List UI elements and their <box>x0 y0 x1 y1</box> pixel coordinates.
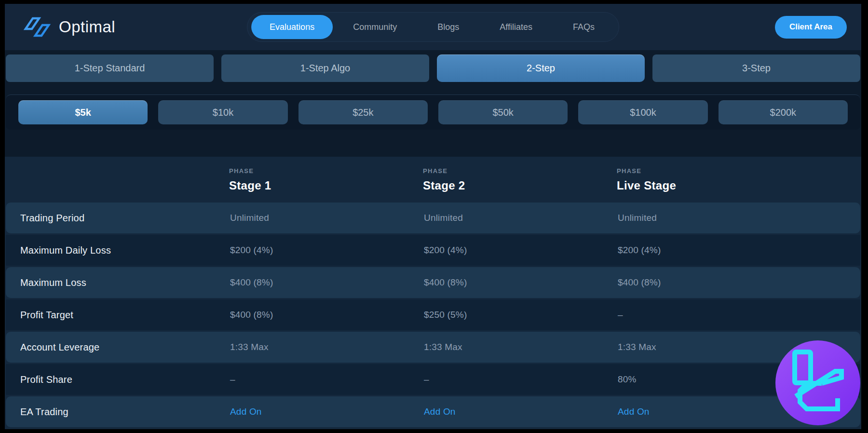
row-label: Trading Period <box>6 213 230 224</box>
row-value: – <box>424 374 618 385</box>
size-button-10k[interactable]: $10k <box>158 100 287 124</box>
row-value: – <box>618 310 860 320</box>
add-on-link[interactable]: Add On <box>424 406 618 417</box>
tab-1-step-algo[interactable]: 1-Step Algo <box>221 54 429 82</box>
tab-2-step[interactable]: 2-Step <box>437 54 645 82</box>
column-header-live-stage: PHASE Live Stage <box>617 167 861 192</box>
add-on-link[interactable]: Add On <box>230 406 424 417</box>
table-row-maximum-loss: Maximum Loss $400 (8%) $400 (8%) $400 (8… <box>6 267 860 298</box>
column-header-stage-1: PHASE Stage 1 <box>229 167 423 192</box>
top-nav-bar: Optimal Evaluations Community Blogs Affi… <box>5 4 861 50</box>
nav-item-faqs[interactable]: FAQs <box>553 15 615 39</box>
size-button-50k[interactable]: $50k <box>438 100 568 124</box>
row-value: $200 (4%) <box>424 245 618 256</box>
row-label: EA Trading <box>6 406 230 418</box>
main-nav: Evaluations Community Blogs Affiliates F… <box>247 12 619 42</box>
table-row-ea-trading: EA Trading Add On Add On Add On <box>6 396 860 427</box>
row-value: – <box>230 374 424 385</box>
client-area-button[interactable]: Client Area <box>775 16 847 39</box>
add-on-link[interactable]: Add On <box>618 406 860 417</box>
table-header-row: PHASE Stage 1 PHASE Stage 2 PHASE Live S… <box>5 157 861 203</box>
phase-label: PHASE <box>229 167 423 175</box>
row-value: 80% <box>618 374 860 385</box>
row-value: $400 (8%) <box>618 277 860 288</box>
row-value: 1:33 Max <box>618 342 860 352</box>
row-label: Profit Share <box>6 374 230 385</box>
size-button-100k[interactable]: $100k <box>578 100 707 124</box>
size-button-5k[interactable]: $5k <box>18 100 148 124</box>
row-label: Maximum Daily Loss <box>6 245 230 256</box>
column-title: Stage 2 <box>423 179 617 192</box>
size-button-25k[interactable]: $25k <box>298 100 428 124</box>
brand-logo-icon <box>23 16 51 38</box>
table-row-maximum-daily-loss: Maximum Daily Loss $200 (4%) $200 (4%) $… <box>6 235 860 266</box>
row-value: 1:33 Max <box>230 342 424 352</box>
phase-label: PHASE <box>423 167 617 175</box>
table-row-profit-share: Profit Share – – 80% <box>6 364 860 395</box>
nav-item-affiliates[interactable]: Affiliates <box>479 15 553 39</box>
row-value: $200 (4%) <box>230 245 424 256</box>
row-value: Unlimited <box>230 213 424 223</box>
program-tabs: 1-Step Standard 1-Step Algo 2-Step 3-Ste… <box>6 54 860 82</box>
row-value: $200 (4%) <box>618 245 860 256</box>
row-value: Unlimited <box>424 213 618 223</box>
tab-3-step[interactable]: 3-Step <box>652 54 860 82</box>
table-row-profit-target: Profit Target $400 (8%) $250 (5%) – <box>6 299 860 330</box>
row-value: $250 (5%) <box>424 310 618 320</box>
column-header-stage-2: PHASE Stage 2 <box>423 167 617 192</box>
row-label: Account Leverage <box>6 342 230 353</box>
comparison-table: PHASE Stage 1 PHASE Stage 2 PHASE Live S… <box>5 157 861 429</box>
nav-item-blogs[interactable]: Blogs <box>417 15 479 39</box>
size-button-200k[interactable]: $200k <box>719 100 848 124</box>
row-label: Maximum Loss <box>6 277 230 288</box>
page: Optimal Evaluations Community Blogs Affi… <box>5 4 861 429</box>
column-title: Live Stage <box>617 179 861 192</box>
nav-item-evaluations[interactable]: Evaluations <box>251 15 333 39</box>
brand-name: Optimal <box>59 18 115 36</box>
phase-label: PHASE <box>617 167 861 175</box>
row-value: $400 (8%) <box>424 277 618 288</box>
row-value: Unlimited <box>618 213 860 223</box>
row-value: $400 (8%) <box>230 277 424 288</box>
column-title: Stage 1 <box>229 179 423 192</box>
table-row-account-leverage: Account Leverage 1:33 Max 1:33 Max 1:33 … <box>6 332 860 363</box>
row-value: $400 (8%) <box>230 310 424 320</box>
nav-item-community[interactable]: Community <box>333 15 417 39</box>
row-label: Profit Target <box>6 310 230 321</box>
brand[interactable]: Optimal <box>23 16 115 38</box>
row-value: 1:33 Max <box>424 342 618 352</box>
account-size-selector: $5k $10k $25k $50k $100k $200k <box>6 95 860 130</box>
table-row-trading-period: Trading Period Unlimited Unlimited Unlim… <box>6 203 860 233</box>
tab-1-step-standard[interactable]: 1-Step Standard <box>6 54 214 82</box>
